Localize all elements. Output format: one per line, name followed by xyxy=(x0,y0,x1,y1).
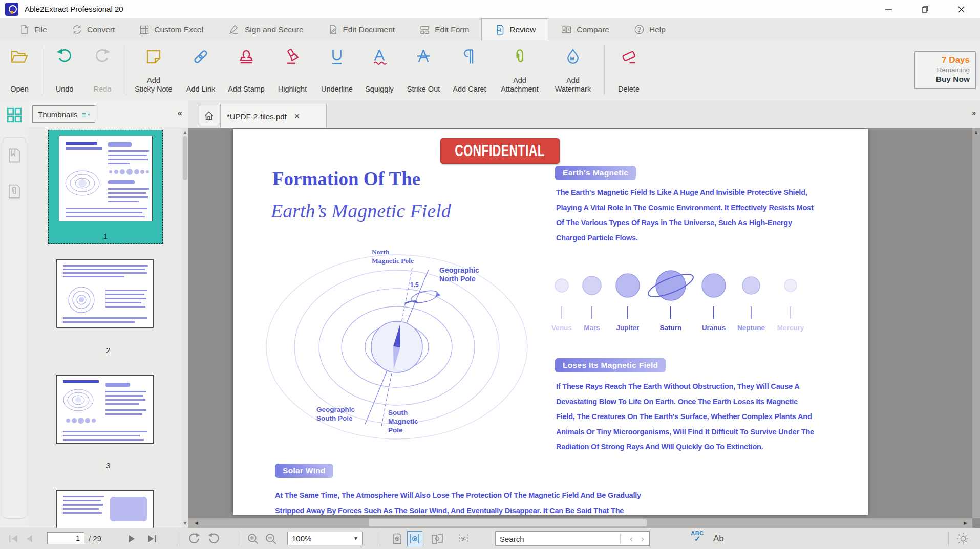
scroll-up-icon[interactable]: ▲ xyxy=(182,129,188,135)
tab-edit-form[interactable]: Edit Form xyxy=(407,18,481,40)
search-previous-button[interactable]: ‹ xyxy=(630,532,633,545)
delete-button[interactable]: Delete xyxy=(609,40,648,100)
zoom-out-button[interactable] xyxy=(265,528,278,549)
strikeout-icon xyxy=(401,48,445,66)
document-tab[interactable]: *UPDF-2-files.pdf ✕ xyxy=(220,104,327,128)
underline-button[interactable]: Underline xyxy=(316,40,357,100)
close-icon xyxy=(958,6,965,13)
spellcheck-button[interactable]: ABC ✓ xyxy=(688,530,707,542)
toolbar-divider xyxy=(126,46,126,95)
planet-label: Uranus xyxy=(702,324,726,332)
add-attachment-button[interactable]: Add Attachment xyxy=(494,40,546,100)
navigation-strip xyxy=(0,100,29,528)
scrollbar-thumb[interactable] xyxy=(369,519,647,526)
tab-custom-excel[interactable]: Custom Excel xyxy=(127,18,216,40)
grid-icon xyxy=(139,25,150,35)
rotate-clockwise-button[interactable] xyxy=(187,528,201,549)
open-button[interactable]: Open xyxy=(1,40,38,100)
add-sticky-note-button[interactable]: Add Sticky Note xyxy=(130,40,177,100)
facing-pages-view-button[interactable] xyxy=(430,531,445,546)
paragraph-line: Stripped Away By Forces Such As The Sola… xyxy=(275,503,641,515)
tab-help[interactable]: Help xyxy=(622,18,678,40)
compare-icon xyxy=(561,25,572,35)
close-button[interactable] xyxy=(945,0,977,18)
paragraph-line: Playing A Vital Role In The Cosmic Envir… xyxy=(556,201,814,216)
zoom-level-select[interactable]: 100% ▼ xyxy=(287,532,363,545)
search-field: ‹ › xyxy=(495,531,650,546)
sidebar-header: Thumbnails ≡ ▾ « xyxy=(28,100,188,128)
thumbnail-page-2[interactable] xyxy=(56,259,154,328)
thumbnail-page-4[interactable] xyxy=(56,490,154,528)
maximize-button[interactable] xyxy=(909,0,941,18)
bookmarks-panel-button[interactable] xyxy=(7,147,22,164)
thumbnails-dropdown[interactable]: Thumbnails ≡ ▾ xyxy=(32,105,95,123)
previous-page-button[interactable] xyxy=(25,528,33,549)
strike-out-button[interactable]: Strike Out xyxy=(401,40,445,100)
scroll-up-icon[interactable]: ▲ xyxy=(972,129,980,135)
zoom-in-button[interactable] xyxy=(247,528,260,549)
thumbnail-page-1[interactable]: 1 xyxy=(48,130,163,244)
confidential-stamp[interactable]: CONFIDENTIAL xyxy=(440,138,560,164)
single-page-view-button[interactable] xyxy=(390,531,405,546)
stamp-text: CONFIDENTIAL xyxy=(455,142,545,160)
horizontal-scrollbar[interactable]: ◄ ► xyxy=(188,518,972,528)
rotate-counterclockwise-button[interactable] xyxy=(207,528,221,549)
thumbnail-page-3[interactable] xyxy=(56,375,154,444)
add-caret-button[interactable]: Add Caret xyxy=(448,40,492,100)
redo-button[interactable]: Redo xyxy=(84,40,121,100)
label-north-magnetic-pole: North Magnetic Pole xyxy=(372,248,414,265)
statusbar-divider xyxy=(948,532,949,546)
label-south-magnetic-pole: South Magnetic Pole xyxy=(388,408,418,434)
continuous-facing-view-button[interactable] xyxy=(456,531,471,546)
chevron-down-icon: ▼ xyxy=(353,536,362,541)
search-next-button[interactable]: › xyxy=(641,532,644,545)
home-tab-button[interactable] xyxy=(199,105,219,126)
attachments-panel-button[interactable] xyxy=(7,183,22,200)
attachment-page-icon xyxy=(7,183,22,200)
undo-icon xyxy=(46,48,83,65)
page-number-input[interactable] xyxy=(47,532,84,544)
highlighter-icon xyxy=(270,48,314,66)
scrollbar-thumb[interactable] xyxy=(183,136,187,180)
search-input[interactable] xyxy=(496,532,619,546)
first-page-button[interactable] xyxy=(9,528,19,549)
label-tilt-angle: 1.5 xyxy=(410,281,419,290)
undo-button[interactable]: Undo xyxy=(46,40,83,100)
theme-brightness-button[interactable] xyxy=(956,528,970,549)
previous-page-icon xyxy=(25,535,33,543)
tab-sign-and-secure[interactable]: Sign and Secure xyxy=(216,18,316,40)
vertical-scrollbar[interactable]: ▲ xyxy=(972,128,980,518)
next-page-icon xyxy=(128,535,136,543)
file-icon xyxy=(19,24,30,35)
minimize-button[interactable] xyxy=(872,0,904,18)
highlight-button[interactable]: Highlight xyxy=(270,40,314,100)
tab-overflow-icon[interactable]: » xyxy=(972,108,975,117)
last-page-button[interactable] xyxy=(146,528,157,549)
facing-pages-view-icon xyxy=(431,533,444,545)
add-link-button[interactable]: Add Link xyxy=(179,40,222,100)
statusbar-divider xyxy=(380,532,380,546)
next-page-button[interactable] xyxy=(128,528,136,549)
add-stamp-button[interactable]: Add Stamp xyxy=(224,40,268,100)
tab-file[interactable]: File xyxy=(7,18,59,40)
document-viewport[interactable]: CONFIDENTIAL Formation Of The Earth’s Ma… xyxy=(188,128,980,528)
trial-buy-now-button[interactable]: 7 Days Remaining Buy Now xyxy=(914,51,976,89)
app-logo-icon xyxy=(5,3,18,16)
scroll-left-icon[interactable]: ◄ xyxy=(194,518,199,528)
scroll-down-icon[interactable]: ▼ xyxy=(182,520,188,526)
squiggly-button[interactable]: Squiggly xyxy=(359,40,399,100)
watermark-icon xyxy=(548,48,598,66)
collapse-sidebar-button[interactable]: « xyxy=(178,108,181,118)
tab-edit-document[interactable]: Edit Document xyxy=(316,18,408,40)
font-properties-button[interactable]: Ab xyxy=(713,528,724,549)
rotate-cw-icon xyxy=(187,532,201,545)
scroll-right-icon[interactable]: ► xyxy=(963,518,968,528)
tab-review[interactable]: Review xyxy=(481,18,548,40)
sidebar-scrollbar[interactable]: ▲ ▼ xyxy=(182,128,188,528)
tab-convert[interactable]: Convert xyxy=(59,18,127,40)
add-watermark-button[interactable]: Add Watermark xyxy=(548,40,598,100)
thumbnails-panel-button[interactable] xyxy=(6,106,23,124)
close-tab-icon[interactable]: ✕ xyxy=(294,112,301,121)
tab-compare[interactable]: Compare xyxy=(548,18,622,40)
continuous-view-button[interactable] xyxy=(407,531,422,546)
